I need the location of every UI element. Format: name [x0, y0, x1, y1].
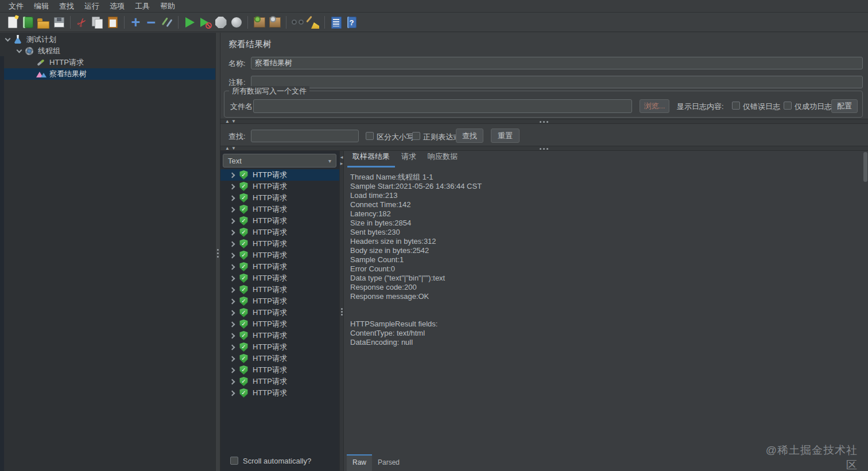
chevron-right-icon[interactable]	[228, 204, 237, 215]
scroll-auto-label[interactable]: Scroll automatically?	[243, 457, 311, 465]
chevron-down-icon[interactable]	[16, 48, 22, 53]
cut-icon[interactable]	[74, 14, 90, 30]
horizontal-splitter-1[interactable]: ▲▼	[220, 119, 868, 124]
collapse-arrows-icon[interactable]: ▲▼	[225, 146, 238, 151]
success-only-checkbox[interactable]	[784, 102, 792, 110]
menu-item-编辑[interactable]: 编辑	[29, 0, 54, 13]
list-item[interactable]: HTTP请求	[220, 261, 339, 273]
help-icon[interactable]	[344, 14, 359, 30]
list-item[interactable]: HTTP请求	[220, 215, 339, 227]
start-no-timers-icon[interactable]	[197, 14, 213, 30]
chevron-right-icon[interactable]	[228, 284, 237, 295]
chevron-right-icon[interactable]	[228, 250, 237, 261]
tree-main-splitter[interactable]	[215, 33, 220, 471]
splitter-grip[interactable]	[341, 308, 343, 310]
tree-item-察看结果树[interactable]: 察看结果树	[0, 68, 215, 80]
remote-stop-icon[interactable]	[267, 14, 282, 30]
menu-item-查找[interactable]: 查找	[54, 0, 79, 13]
new-file-icon[interactable]	[5, 14, 20, 30]
chevron-right-icon[interactable]	[228, 353, 237, 364]
chevron-right-icon[interactable]	[228, 387, 237, 399]
tree-toggle[interactable]	[2, 34, 13, 45]
menu-item-文件[interactable]: 文件	[3, 0, 29, 13]
list-item[interactable]: HTTP请求	[220, 341, 339, 353]
tree-item-线程组[interactable]: 线程组	[0, 45, 215, 57]
filename-input[interactable]	[253, 99, 632, 113]
list-item[interactable]: HTTP请求	[220, 192, 339, 204]
splitter-grip[interactable]	[540, 148, 541, 150]
search-input[interactable]	[251, 130, 359, 142]
start-icon[interactable]	[182, 14, 197, 30]
chevron-right-icon[interactable]	[228, 341, 237, 353]
chevron-right-icon[interactable]	[228, 238, 237, 250]
browse-button[interactable]: 浏览...	[640, 99, 669, 113]
list-item[interactable]: HTTP请求	[220, 273, 339, 284]
view-type-select[interactable]: Text ▾	[223, 154, 336, 168]
remove-icon[interactable]	[144, 14, 159, 30]
tree-toggle[interactable]	[14, 45, 24, 57]
chevron-right-icon[interactable]	[228, 330, 237, 341]
tab-响应数据[interactable]: 响应数据	[423, 148, 463, 168]
chevron-right-icon[interactable]	[228, 364, 237, 376]
errors-only-checkbox[interactable]	[732, 102, 740, 110]
chevron-right-icon[interactable]	[228, 261, 237, 273]
list-item[interactable]: HTTP请求	[220, 227, 339, 238]
tree-item-HTTP请求[interactable]: HTTP请求	[0, 57, 215, 68]
tree-scrollbar-track[interactable]	[0, 56, 4, 471]
tab-parsed[interactable]: Parsed	[372, 454, 405, 471]
copy-icon[interactable]	[90, 14, 105, 30]
list-item[interactable]: HTTP请求	[220, 318, 339, 330]
list-item[interactable]: HTTP请求	[220, 376, 339, 387]
splitter-grip[interactable]	[217, 249, 219, 251]
tab-取样器结果[interactable]: 取样器结果	[347, 148, 395, 168]
template-icon[interactable]	[20, 14, 36, 30]
chevron-right-icon[interactable]	[228, 273, 237, 284]
clear-icon[interactable]	[305, 14, 321, 30]
regex-label[interactable]: 正则表达式	[423, 132, 460, 142]
errors-only-label[interactable]: 仅错误日志	[743, 102, 780, 112]
list-item[interactable]: HTTP请求	[220, 295, 339, 307]
add-icon[interactable]	[128, 14, 144, 30]
chevron-right-icon[interactable]	[228, 192, 237, 204]
search-icon[interactable]	[290, 14, 305, 30]
chevron-right-icon[interactable]	[228, 295, 237, 307]
collapse-arrows-icon[interactable]: ◀▶	[340, 154, 343, 167]
list-item[interactable]: HTTP请求	[220, 330, 339, 341]
list-item[interactable]: HTTP请求	[220, 364, 339, 376]
chevron-right-icon[interactable]	[228, 169, 237, 181]
case-sensitive-label[interactable]: 区分大小写	[377, 132, 414, 142]
list-item[interactable]: HTTP请求	[220, 204, 339, 215]
list-item[interactable]: HTTP请求	[220, 238, 339, 250]
tree-item-测试计划[interactable]: 测试计划	[0, 34, 215, 45]
list-item[interactable]: HTTP请求	[220, 307, 339, 318]
scrollbar-thumb[interactable]	[863, 152, 867, 182]
tab-请求[interactable]: 请求	[396, 148, 421, 168]
list-results-splitter[interactable]: ◀▶	[339, 151, 344, 471]
regex-checkbox[interactable]	[412, 132, 420, 140]
open-icon[interactable]	[36, 14, 51, 30]
chevron-right-icon[interactable]	[228, 318, 237, 330]
reset-button[interactable]: 重置	[491, 129, 520, 143]
save-icon[interactable]	[51, 14, 67, 30]
chevron-right-icon[interactable]	[228, 376, 237, 387]
list-item[interactable]: HTTP请求	[220, 353, 339, 364]
tab-raw[interactable]: Raw	[347, 454, 372, 471]
toggle-icon[interactable]	[159, 14, 175, 30]
chevron-right-icon[interactable]	[228, 215, 237, 227]
collapse-arrows-icon[interactable]: ▲▼	[225, 119, 238, 124]
menu-item-运行[interactable]: 运行	[79, 0, 104, 13]
splitter-grip[interactable]	[540, 121, 541, 123]
stop-icon[interactable]	[213, 14, 228, 30]
horizontal-splitter-2[interactable]: ▲▼	[220, 146, 868, 151]
shutdown-icon[interactable]	[228, 14, 244, 30]
case-sensitive-checkbox[interactable]	[366, 132, 374, 140]
list-item[interactable]: HTTP请求	[220, 181, 339, 192]
remote-start-icon[interactable]	[251, 14, 267, 30]
comment-input[interactable]	[251, 76, 863, 88]
function-helper-icon[interactable]	[328, 14, 344, 30]
success-only-label[interactable]: 仅成功日志	[795, 102, 832, 112]
list-item[interactable]: HTTP请求	[220, 284, 339, 295]
paste-icon[interactable]	[105, 14, 121, 30]
name-input[interactable]	[251, 57, 863, 69]
menu-item-工具[interactable]: 工具	[130, 0, 155, 13]
